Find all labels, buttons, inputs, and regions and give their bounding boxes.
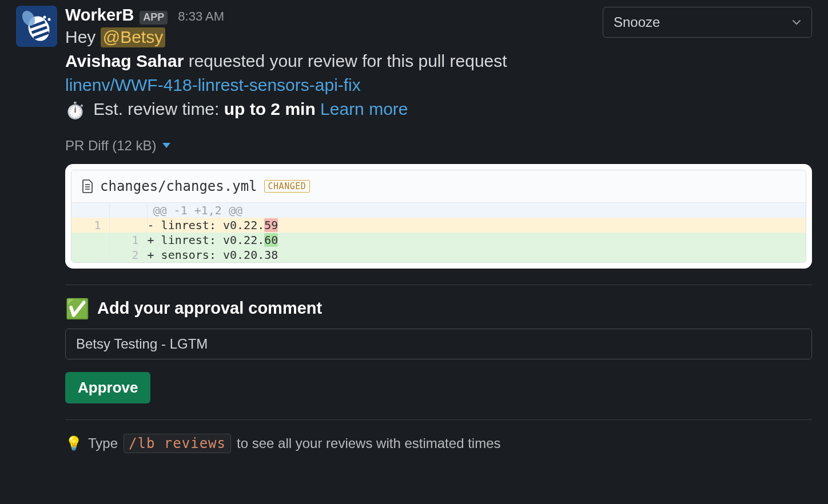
slack-message: WorkerB APP 8:33 AM Hey @Betsy Snooze Av… — [0, 6, 828, 453]
stopwatch-icon: ⏱️ — [65, 102, 85, 119]
diff-table: @@ -1 +1,2 @@ 1 - linrest: v0.22.59 1 + … — [71, 203, 806, 262]
review-time-label: Est. review time: — [93, 99, 224, 118]
diff-toggle[interactable]: PR Diff (12 kB) — [65, 138, 812, 154]
divider — [65, 285, 812, 285]
diff-added-highlight: 60 — [264, 233, 278, 247]
bulb-icon: 💡 — [65, 435, 82, 451]
greeting-line: Hey @Betsy — [65, 26, 224, 49]
review-time-value: up to 2 min — [224, 99, 316, 118]
diff-removed-highlight: 59 — [264, 218, 278, 232]
snooze-dropdown[interactable]: Snooze — [603, 7, 812, 38]
approval-comment-value: Betsy Testing - LGTM — [76, 336, 208, 352]
learn-more-link[interactable]: Learn more — [320, 99, 408, 118]
divider — [65, 419, 812, 420]
diff-hunk-text: @@ -1 +1,2 @@ — [147, 203, 806, 218]
message-header: WorkerB APP 8:33 AM — [65, 6, 224, 25]
new-line-num: 1 — [109, 233, 147, 247]
diff-text: linrest: v0.22. — [161, 218, 265, 232]
request-suffix: requested your review for this pull requ… — [184, 51, 507, 70]
old-line-num: 1 — [71, 218, 109, 233]
diff-text: sensors: v0.20.38 — [161, 248, 278, 262]
approval-section-title: ✅ Add your approval comment — [65, 299, 812, 318]
file-icon — [82, 179, 93, 193]
diff-sign: - — [148, 218, 161, 232]
app-badge: APP — [140, 11, 168, 25]
old-line-num — [71, 247, 109, 262]
approve-button[interactable]: Approve — [65, 372, 150, 403]
footer-hint: 💡 Type /lb reviews to see all your revie… — [65, 434, 812, 453]
approval-comment-input[interactable]: Betsy Testing - LGTM — [65, 329, 812, 359]
approval-title-text: Add your approval comment — [97, 299, 322, 318]
diff-line-removed: 1 - linrest: v0.22.59 — [71, 218, 806, 233]
new-line-num — [109, 218, 147, 233]
diff-toggle-label: PR Diff (12 kB) — [65, 138, 157, 154]
chevron-down-icon — [792, 18, 801, 27]
review-time-line: ⏱️ Est. review time: up to 2 min Learn m… — [65, 97, 812, 122]
diff-line-added: 1 + linrest: v0.22.60 — [71, 233, 806, 247]
sender-name[interactable]: WorkerB — [65, 6, 134, 25]
diff-hunk-row: @@ -1 +1,2 @@ — [71, 203, 806, 218]
diff-line-added: 2 + sensors: v0.20.38 — [71, 247, 806, 262]
diff-text: linrest: v0.22. — [161, 233, 265, 247]
slash-command: /lb reviews — [124, 434, 231, 453]
diff-filename: changes/changes.yml — [100, 178, 257, 194]
user-mention[interactable]: @Betsy — [101, 27, 165, 47]
sender-avatar[interactable] — [16, 6, 57, 47]
diff-sign: + — [148, 248, 161, 262]
message-timestamp[interactable]: 8:33 AM — [178, 9, 224, 24]
old-line-num — [71, 233, 109, 247]
svg-point-6 — [43, 16, 46, 19]
requester-name[interactable]: Avishag Sahar — [65, 51, 184, 70]
footer-suffix: to see all your reviews with estimated t… — [237, 435, 501, 451]
diff-file-header: changes/changes.yml CHANGED — [71, 170, 806, 203]
new-line-num: 2 — [109, 247, 147, 262]
svg-point-7 — [48, 18, 51, 21]
check-icon: ✅ — [65, 299, 89, 318]
request-line: Avishag Sahar requested your review for … — [65, 49, 812, 73]
caret-down-icon — [162, 143, 170, 148]
footer-prefix: Type — [88, 435, 118, 451]
greeting-prefix: Hey — [65, 27, 101, 46]
diff-attachment: changes/changes.yml CHANGED @@ -1 +1,2 @… — [65, 164, 812, 269]
changed-badge: CHANGED — [264, 180, 310, 193]
diff-sign: + — [148, 233, 161, 247]
snooze-label: Snooze — [614, 14, 660, 30]
bee-icon — [16, 6, 57, 47]
pr-link[interactable]: linenv/WWF-418-linrest-sensors-api-fix — [65, 75, 361, 94]
